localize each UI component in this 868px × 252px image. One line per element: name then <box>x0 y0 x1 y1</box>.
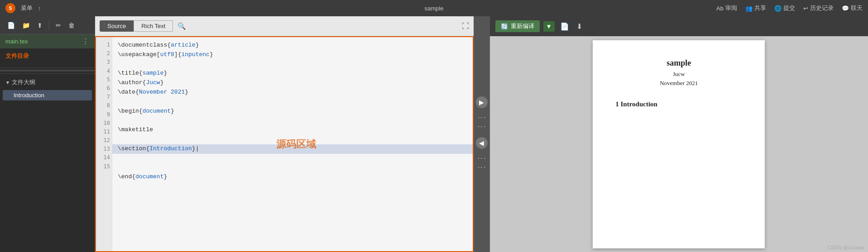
recompile-label: 重新编译 <box>511 22 534 30</box>
delete-button[interactable]: 🗑 <box>65 20 78 31</box>
preview-toolbar: 🔄 重新编译 ▼ 📄 ⬇ <box>490 16 868 36</box>
preview-title: sample <box>615 58 742 68</box>
chat-button[interactable]: 💬 联天 <box>842 4 863 12</box>
outline-item-introduction[interactable]: Introduction <box>3 90 92 100</box>
editor-area: Source Rich Text 🔍 ⛶ 12345 678910 111213… <box>95 16 474 252</box>
recompile-dropdown-button[interactable]: ▼ <box>543 21 555 32</box>
preview-date: November 2021 <box>615 80 742 87</box>
watermark: CSDN @Jucway <box>827 245 864 250</box>
tab-richtext[interactable]: Rich Text <box>134 20 173 32</box>
review-button[interactable]: Ab 审阅 <box>716 4 737 12</box>
file-toolbar: 📄 📁 ⬆ ✏ 🗑 <box>0 16 95 34</box>
history-button[interactable]: ↩ 历史记录 <box>803 4 834 12</box>
tab-source[interactable]: Source <box>100 20 134 32</box>
file-directory-section: 文件目录 <box>0 48 95 66</box>
sidebar-file-item[interactable]: main.tex ⋮ <box>0 34 95 48</box>
panel-dots-icon: ⋮⋮ <box>477 114 487 132</box>
main-content: 📄 📁 ⬆ ✏ 🗑 main.tex ⋮ 文件目录 ▼ 文件大纲 Introdu… <box>0 16 868 252</box>
panel-nav: ▶ ⋮⋮ ◀ ⋮⋮ <box>474 16 490 252</box>
preview-area: 🔄 重新编译 ▼ 📄 ⬇ 实时编译 sample Jucw November 2… <box>490 16 868 252</box>
file-directory-label: 文件目录 <box>5 52 89 60</box>
review-icon: Ab <box>716 5 724 12</box>
share-button[interactable]: 👥 共享 <box>745 4 766 12</box>
expand-editor-button[interactable]: ⛶ <box>462 22 469 30</box>
up-icon[interactable]: ↑ <box>38 5 41 12</box>
history-icon: ↩ <box>803 5 808 12</box>
preview-page: sample Jucw November 2021 1 Introduction <box>593 40 765 248</box>
menu-button[interactable]: 菜单 <box>21 4 33 12</box>
share-icon: 👥 <box>745 5 753 12</box>
code-content[interactable]: \documentclass{article} \usepackage[utf8… <box>112 37 473 251</box>
file-name: main.tex <box>5 38 28 45</box>
chat-icon: 💬 <box>842 5 849 12</box>
preview-author: Jucw <box>615 71 742 78</box>
editor-tabs: Source Rich Text 🔍 ⛶ <box>95 16 474 36</box>
preview-content: 实时编译 sample Jucw November 2021 1 Introdu… <box>490 36 868 252</box>
toolbar-separator <box>49 21 49 30</box>
new-folder-button[interactable]: 📁 <box>19 20 34 31</box>
app-logo: S <box>5 3 15 13</box>
line-numbers: 12345 678910 1112131415 <box>96 37 112 251</box>
submit-button[interactable]: 🌐 提交 <box>774 4 795 12</box>
recompile-icon: 🔄 <box>501 23 508 30</box>
code-editor[interactable]: 12345 678910 1112131415 \documentclass{a… <box>95 36 474 252</box>
preview-section: 1 Introduction <box>615 100 742 108</box>
edit-button[interactable]: ✏ <box>52 20 65 31</box>
preview-download-icon[interactable]: ⬇ <box>575 20 584 33</box>
nav-right-button[interactable]: ▶ <box>476 96 488 108</box>
top-bar: S 菜单 ↑ sample Ab 审阅 👥 共享 🌐 提交 ↩ 历史记录 💬 联… <box>0 0 868 16</box>
recompile-button[interactable]: 🔄 重新编译 <box>495 20 540 32</box>
outline-collapse-icon: ▼ <box>5 80 10 85</box>
app-title: sample <box>425 5 444 12</box>
top-bar-right: Ab 审阅 👥 共享 🌐 提交 ↩ 历史记录 💬 联天 <box>716 4 863 12</box>
file-options-icon[interactable]: ⋮ <box>82 37 89 46</box>
nav-left-button[interactable]: ◀ <box>476 137 488 149</box>
submit-icon: 🌐 <box>774 5 782 12</box>
upload-button[interactable]: ⬆ <box>34 20 46 31</box>
new-file-button[interactable]: 📄 <box>4 20 19 31</box>
search-icon[interactable]: 🔍 <box>177 22 186 30</box>
top-bar-left: S 菜单 ↑ <box>5 3 41 13</box>
panel-dots-icon2: ⋮⋮ <box>477 154 487 172</box>
outline-header[interactable]: ▼ 文件大纲 <box>0 76 95 89</box>
sidebar-divider2 <box>0 73 95 74</box>
sidebar: 📄 📁 ⬆ ✏ 🗑 main.tex ⋮ 文件目录 ▼ 文件大纲 Introdu… <box>0 16 95 252</box>
sidebar-divider <box>0 67 95 68</box>
outline-label: 文件大纲 <box>12 78 35 86</box>
preview-doc-icon[interactable]: 📄 <box>558 20 571 33</box>
resize-bar[interactable] <box>0 70 95 71</box>
